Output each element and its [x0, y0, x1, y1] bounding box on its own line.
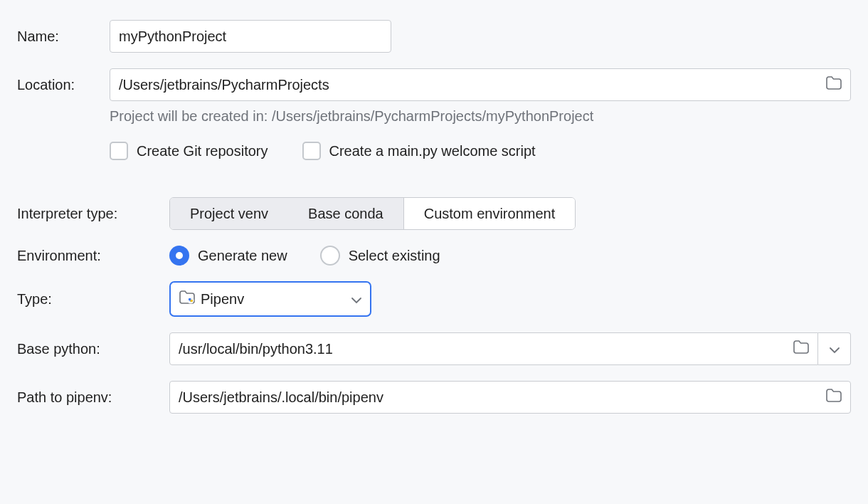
radio-generate-new[interactable]: Generate new	[169, 246, 287, 266]
chevron-down-icon	[351, 291, 361, 308]
folder-icon[interactable]	[793, 340, 809, 357]
location-input[interactable]: /Users/jetbrains/PycharmProjects	[110, 68, 851, 101]
folder-icon[interactable]	[826, 389, 842, 406]
location-label: Location:	[17, 77, 110, 93]
seg-base-conda[interactable]: Base conda	[288, 198, 403, 229]
seg-project-venv[interactable]: Project venv	[170, 198, 288, 229]
radio-select-existing[interactable]: Select existing	[320, 246, 440, 266]
pipenv-path-label: Path to pipenv:	[17, 389, 169, 406]
base-python-value: /usr/local/bin/python3.11	[179, 341, 788, 357]
seg-custom-env[interactable]: Custom environment	[404, 198, 576, 229]
name-input[interactable]	[110, 20, 391, 53]
radio-unchecked-icon	[320, 246, 340, 266]
location-value: /Users/jetbrains/PycharmProjects	[119, 77, 820, 93]
interpreter-type-segmented: Project venv Base conda Custom environme…	[169, 197, 576, 230]
folder-icon[interactable]	[826, 76, 842, 93]
name-label: Name:	[17, 28, 110, 45]
radio-generate-label: Generate new	[198, 248, 287, 264]
checkbox-mainpy-label: Create a main.py welcome script	[329, 143, 536, 159]
base-python-dropdown[interactable]	[818, 332, 851, 365]
base-python-label: Base python:	[17, 341, 169, 357]
location-hint: Project will be created in: /Users/jetbr…	[110, 108, 851, 125]
create-mainpy-checkbox[interactable]: Create a main.py welcome script	[302, 142, 536, 160]
radio-checked-icon	[169, 246, 189, 266]
checkbox-box-icon	[302, 142, 321, 160]
pipenv-icon	[179, 290, 195, 308]
checkbox-git-label: Create Git repository	[137, 143, 268, 159]
interpreter-type-label: Interpreter type:	[17, 206, 169, 222]
pipenv-path-value: /Users/jetbrains/.local/bin/pipenv	[179, 389, 820, 406]
radio-existing-label: Select existing	[349, 248, 440, 264]
chevron-down-icon	[830, 341, 840, 357]
pipenv-path-input[interactable]: /Users/jetbrains/.local/bin/pipenv	[169, 381, 851, 414]
type-value: Pipenv	[201, 291, 346, 308]
checkbox-box-icon	[110, 142, 128, 160]
create-git-checkbox[interactable]: Create Git repository	[110, 142, 268, 160]
environment-label: Environment:	[17, 248, 169, 264]
svg-rect-2	[191, 300, 194, 302]
type-select[interactable]: Pipenv	[169, 281, 371, 317]
type-label: Type:	[17, 291, 169, 308]
base-python-input[interactable]: /usr/local/bin/python3.11	[169, 332, 818, 365]
